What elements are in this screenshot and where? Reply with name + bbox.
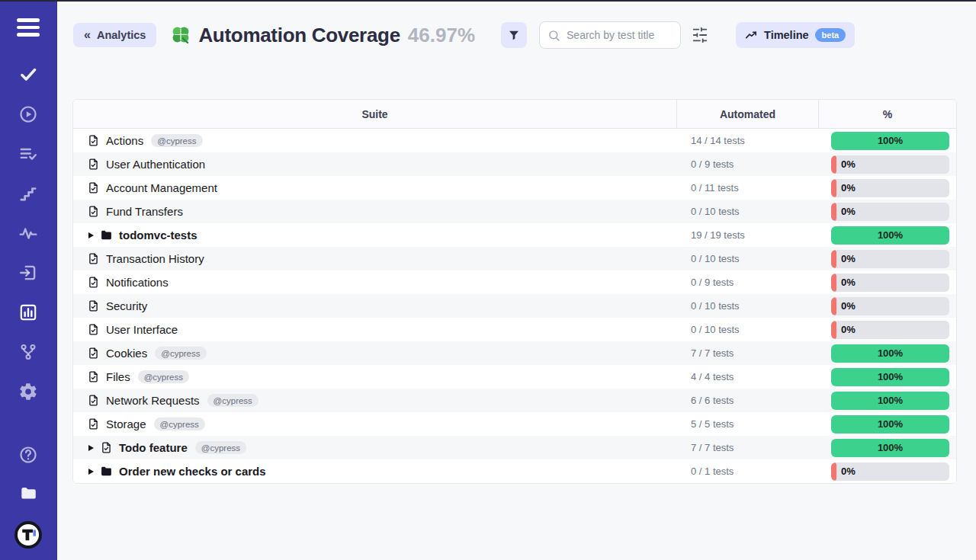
app-logo[interactable] [14,520,43,549]
back-to-analytics-button[interactable]: « Analytics [73,23,156,47]
expand-chevron-icon[interactable] [88,232,94,238]
automated-count: 0 / 1 tests [676,459,818,483]
menu-icon[interactable] [17,18,40,37]
coverage-bar-label: 0% [841,203,856,221]
file-check-icon [87,181,100,194]
table-row[interactable]: Actions @cypress 14 / 14 tests 100% [73,129,956,152]
folder-icon [100,229,113,242]
page-title: Automation Coverage [198,24,400,47]
table-row[interactable]: Network Requests @cypress 6 / 6 tests 10… [73,389,956,412]
red-sliver [831,274,836,292]
suite-cell: todomvc-tests [73,223,676,247]
percent-cell: 0% [818,176,956,200]
file-check-icon [87,205,100,218]
table-row[interactable]: Files @cypress 4 / 4 tests 100% [73,365,956,389]
expand-chevron-icon[interactable] [88,445,94,451]
sidebar-item-tests[interactable] [13,64,43,85]
coverage-bar-label: 100% [831,439,949,457]
suite-tag: @cypress [138,370,189,383]
table-row[interactable]: todomvc-tests 19 / 19 tests 100% [73,223,956,247]
percent-cell: 0% [818,200,956,223]
sidebar-item-analytics[interactable] [13,302,43,323]
suite-name: Fund Transfers [106,205,183,218]
table-row[interactable]: Cookies @cypress 7 / 7 tests 100% [73,341,956,365]
sidebar-item-projects[interactable] [13,482,43,504]
suite-name: User Authentication [106,158,205,171]
table-row[interactable]: Todo feature @cypress 7 / 7 tests 100% [73,436,956,459]
column-header-automated: Automated [676,100,818,128]
coverage-bar: 100% [831,132,949,150]
check-icon [18,65,38,85]
search-icon [547,29,560,42]
git-branch-icon [18,342,38,362]
suite-name: Account Management [106,181,217,194]
coverage-bar-label: 0% [841,250,856,268]
back-button-label: Analytics [97,29,146,41]
column-header-percent: % [818,100,956,128]
coverage-bar: 100% [831,415,949,434]
coverage-bar: 100% [831,439,949,457]
sidebar-item-steps[interactable] [13,183,43,204]
suite-tag: @cypress [151,134,202,147]
column-settings-button[interactable] [692,27,708,43]
coverage-bar-label: 0% [841,462,856,481]
main-content: « Analytics Automation Coverage 46.97% T… [57,2,976,560]
suite-tag: @cypress [155,347,206,360]
stairs-icon [18,184,38,203]
table-row[interactable]: Storage @cypress 5 / 5 tests 100% [73,412,956,436]
suite-name: User Interface [106,323,178,336]
percent-cell: 100% [818,436,956,459]
automated-count: 6 / 6 tests [676,389,818,412]
coverage-bar: 100% [831,368,949,386]
suite-cell: Notifications [73,270,676,294]
percent-cell: 0% [818,318,956,341]
file-check-icon [87,252,100,265]
sidebar-bottom [13,444,43,560]
sidebar-item-help[interactable] [13,444,43,466]
timeline-button[interactable]: Timeline beta [736,22,855,48]
percent-cell: 100% [818,412,956,436]
table-body: Actions @cypress 14 / 14 tests 100% User… [73,129,956,483]
automated-count: 14 / 14 tests [676,129,818,152]
coverage-bar: 0% [831,462,949,481]
table-row[interactable]: User Authentication 0 / 9 tests 0% [73,152,956,176]
file-check-icon [87,394,100,407]
coverage-bar: 100% [831,344,949,363]
table-row[interactable]: Security 0 / 10 tests 0% [73,294,956,318]
login-icon [18,263,38,283]
red-sliver [831,179,836,197]
filter-button[interactable] [501,22,527,48]
coverage-bar-label: 0% [841,155,856,174]
sidebar-item-plans[interactable] [13,143,43,165]
sidebar-item-pull-requests[interactable] [13,262,43,283]
table-row[interactable]: Fund Transfers 0 / 10 tests 0% [73,200,956,223]
automated-count: 0 / 9 tests [676,152,818,176]
sidebar-item-settings[interactable] [13,381,43,402]
percent-cell: 100% [818,389,956,412]
percent-cell: 0% [818,270,956,294]
suite-cell: User Authentication [73,152,676,176]
table-row[interactable]: Transaction History 0 / 10 tests 0% [73,247,956,270]
beta-badge: beta [815,28,846,42]
table-row[interactable]: User Interface 0 / 10 tests 0% [73,318,956,341]
sidebar-item-runs[interactable] [13,104,43,125]
coverage-bar-label: 100% [831,132,949,150]
expand-chevron-icon[interactable] [88,469,94,475]
red-sliver [831,321,836,339]
suite-tag: @cypress [207,394,258,407]
sidebar-item-pulse[interactable] [13,222,43,244]
search-input[interactable] [567,29,673,41]
sidebar-nav [13,64,43,402]
suite-name: Order new checks or cards [119,465,266,478]
file-check-icon [87,299,100,312]
table-row[interactable]: Order new checks or cards 0 / 1 tests 0% [73,459,956,483]
timeline-label: Timeline [764,29,809,41]
sidebar-item-branches[interactable] [13,341,43,363]
coverage-bar-label: 0% [841,321,856,339]
suite-cell: Files @cypress [73,365,676,389]
suite-cell: Network Requests @cypress [73,389,676,412]
table-row[interactable]: Account Management 0 / 11 tests 0% [73,176,956,200]
table-row[interactable]: Notifications 0 / 9 tests 0% [73,270,956,294]
trending-up-icon [745,29,758,42]
bar-chart-box-icon [18,302,38,322]
